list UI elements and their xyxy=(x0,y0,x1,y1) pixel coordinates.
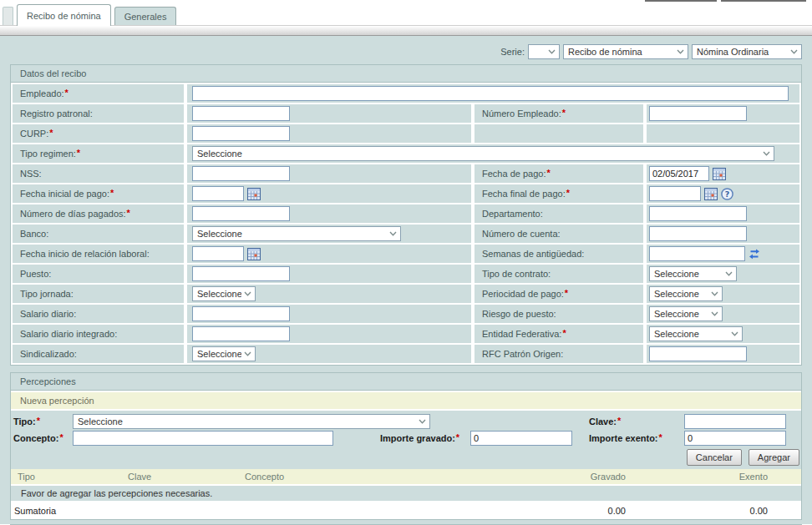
numero-empleado-input[interactable] xyxy=(649,106,747,121)
calendar-icon[interactable] xyxy=(704,188,718,200)
select-value: Seleccione xyxy=(197,149,760,159)
sindicalizado-label: Sindicalizado: xyxy=(20,349,77,359)
curp-label: CURP: xyxy=(20,129,48,139)
tipo-nomina-select[interactable]: Nómina Ordinaria xyxy=(692,44,802,59)
chevron-down-icon xyxy=(244,351,251,356)
tab-strip-stub xyxy=(3,7,13,25)
select-value: Seleccione xyxy=(197,229,387,239)
required-asterisk: * xyxy=(37,416,40,426)
periocidad-de-pago-label: Periocidad de pago: xyxy=(482,289,564,299)
form-row: Fecha inicial de pago:*Fecha final de pa… xyxy=(13,184,799,203)
calendar-icon[interactable] xyxy=(713,168,726,180)
entidad-federativa-select[interactable]: Seleccione xyxy=(649,326,743,341)
sumatoria-label: Sumatoria xyxy=(11,506,128,516)
required-asterisk: * xyxy=(566,188,570,198)
tipo-regimen-label: Tipo regimen: xyxy=(20,149,76,159)
column-header-gravado: Gravado xyxy=(525,472,651,482)
select-value: Seleccione xyxy=(654,329,728,339)
banco-select[interactable]: Seleccione xyxy=(192,226,401,241)
clave-input[interactable] xyxy=(684,414,786,429)
departamento-field-cell xyxy=(647,204,799,223)
banco-label: Banco: xyxy=(20,229,48,239)
fecha-inicio-relacion-laboral-label: Fecha inicio de relación laboral: xyxy=(20,249,150,259)
numero-de-cuenta-label-cell: Número de cuenta: xyxy=(475,225,643,243)
tab-generales[interactable]: Generales xyxy=(114,7,177,25)
column-header-tipo: Tipo xyxy=(11,472,128,482)
tipo-de-contrato-label-cell: Tipo de contrato: xyxy=(475,265,643,283)
fecha-de-pago-label-cell: Fecha de pago:* xyxy=(475,164,643,183)
serie-select[interactable] xyxy=(528,44,560,59)
nueva-percepcion-form: Tipo:* Seleccione Clave:* Concepto:* Imp… xyxy=(11,411,801,469)
fecha-de-pago-field-cell xyxy=(647,164,799,183)
salario-diario-integrado-label-cell: Salario diario integrado: xyxy=(13,325,184,343)
calendar-icon[interactable] xyxy=(247,188,261,200)
nss-input[interactable] xyxy=(192,166,290,181)
puesto-input[interactable] xyxy=(192,266,290,281)
form-row: Registro patronal:Número Empleado:* xyxy=(13,104,799,123)
calendar-icon[interactable] xyxy=(247,248,261,260)
form-row: Banco:SeleccioneNúmero de cuenta: xyxy=(13,225,799,243)
salario-diario-integrado-field-cell xyxy=(187,325,471,343)
semanas-antiguedad-input[interactable] xyxy=(649,246,745,261)
select-value: Seleccione xyxy=(197,349,241,359)
periocidad-de-pago-select[interactable]: Seleccione xyxy=(649,286,723,301)
concepto-label: Concepto:* xyxy=(13,433,73,443)
importe-gravado-input[interactable] xyxy=(470,431,572,446)
help-icon[interactable]: ? xyxy=(721,188,733,200)
required-asterisk: * xyxy=(49,128,53,138)
main-panel: Serie: Recibo de nómina Nómina Ordinaria… xyxy=(0,36,812,524)
form-buttons: Cancelar Agregar xyxy=(13,447,801,467)
fecha-final-de-pago-input[interactable] xyxy=(649,186,701,201)
riesgo-de-puesto-select[interactable]: Seleccione xyxy=(649,306,723,321)
required-asterisk: * xyxy=(562,108,566,118)
form-row: Sindicalizado:SeleccioneRFC Patrón Orige… xyxy=(13,345,799,363)
tipo-jornada-select[interactable]: Seleccione xyxy=(192,286,256,301)
numero-de-cuenta-input[interactable] xyxy=(649,226,747,241)
agregar-button[interactable]: Agregar xyxy=(749,449,799,466)
salario-diario-input[interactable] xyxy=(192,306,290,321)
fecha-de-pago-input[interactable] xyxy=(649,166,709,181)
numero-de-cuenta-field-cell xyxy=(647,225,799,243)
registro-patronal-label: Registro patronal: xyxy=(20,109,93,119)
salario-diario-integrado-input[interactable] xyxy=(192,326,290,341)
tipo-documento-select[interactable]: Recibo de nómina xyxy=(563,44,688,59)
importe-exento-input[interactable] xyxy=(684,431,786,446)
tipo-regimen-field-cell: Seleccione xyxy=(187,144,799,163)
fecha-inicial-de-pago-label: Fecha inicial de pago: xyxy=(20,189,109,199)
required-asterisk: * xyxy=(546,168,550,178)
column-header-exento: Exento xyxy=(651,472,801,482)
empleado-label: Empleado: xyxy=(20,88,64,98)
required-asterisk: * xyxy=(659,432,662,442)
curp-input[interactable] xyxy=(192,126,290,141)
sindicalizado-field-cell: Seleccione xyxy=(187,345,471,363)
tab-label: Recibo de nómina xyxy=(27,11,101,21)
registro-patronal-input[interactable] xyxy=(192,106,290,121)
fecha-inicial-de-pago-input[interactable] xyxy=(192,186,244,201)
select-value: Seleccione xyxy=(197,289,241,299)
rfc-patron-origen-field-cell xyxy=(647,345,799,363)
empleado-input[interactable] xyxy=(192,86,789,101)
chevron-down-icon xyxy=(711,311,718,316)
tipo-jornada-field-cell: Seleccione xyxy=(187,285,471,303)
clave-label: Clave:* xyxy=(589,416,684,427)
chevron-down-icon xyxy=(389,231,397,236)
tipo-de-contrato-select[interactable]: Seleccione xyxy=(649,266,737,281)
departamento-input[interactable] xyxy=(649,206,747,221)
riesgo-de-puesto-label: Riesgo de puesto: xyxy=(482,309,556,319)
cancelar-button[interactable]: Cancelar xyxy=(687,449,742,466)
refresh-icon[interactable] xyxy=(749,249,760,260)
numero-dias-pagados-input[interactable] xyxy=(192,206,290,221)
registro-patronal-label-cell: Registro patronal: xyxy=(13,104,184,123)
concepto-input[interactable] xyxy=(73,431,333,446)
tipo-regimen-select[interactable]: Seleccione xyxy=(192,146,774,161)
importe-exento-label: Importe exento:* xyxy=(589,433,684,443)
form-row: Empleado:* xyxy=(13,84,799,103)
required-asterisk: * xyxy=(77,148,80,158)
tab-recibo-de-nomina[interactable]: Recibo de nómina xyxy=(17,4,111,26)
percepcion-tipo-select[interactable]: Seleccione xyxy=(73,414,430,429)
fecha-inicio-relacion-laboral-input[interactable] xyxy=(192,246,244,261)
sindicalizado-select[interactable]: Seleccione xyxy=(192,346,256,361)
fecha-de-pago-label: Fecha de pago: xyxy=(482,169,546,179)
numero-empleado-label: Número Empleado: xyxy=(482,109,561,119)
rfc-patron-origen-input[interactable] xyxy=(649,346,747,361)
